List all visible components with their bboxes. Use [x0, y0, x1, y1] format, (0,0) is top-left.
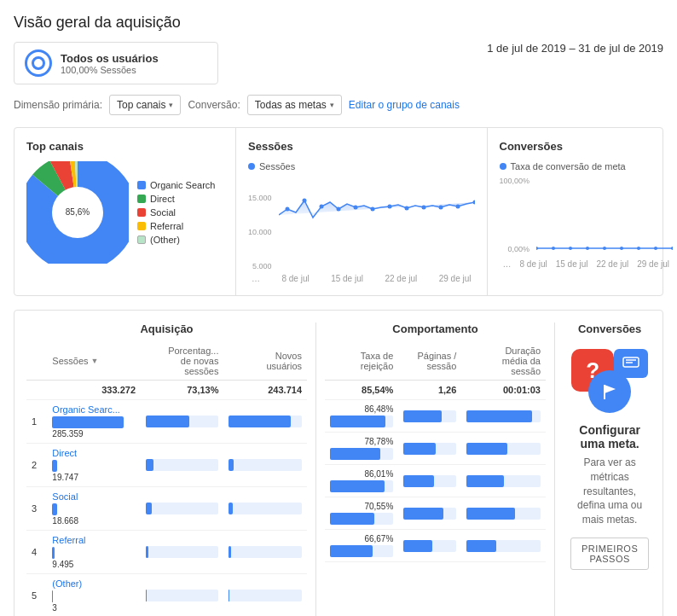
svg-point-7 [302, 199, 306, 203]
top-canais-title: Top canais [26, 140, 223, 153]
svg-point-12 [387, 205, 391, 209]
segment-icon [25, 49, 52, 77]
conversoes-dot-icon [500, 163, 506, 170]
legend-dot-social [137, 208, 146, 217]
svg-point-19 [552, 247, 555, 250]
table-row: 4 Referral 9.495 [26, 531, 307, 574]
comportamento-section: Comportamento Taxa derejeição Páginas /s… [316, 323, 555, 616]
conversao-select[interactable]: Todas as metas ▾ [247, 95, 342, 115]
top-canais-legend: Organic Search Direct Social Referral [137, 180, 215, 245]
legend-item: Direct [137, 194, 215, 204]
total-novos-usuarios: 243.714 [223, 381, 307, 400]
conversoes-y-high: 100,00% [500, 177, 530, 185]
svg-point-8 [319, 205, 323, 209]
conversoes-legend-label: Taxa de conversão de meta [511, 161, 626, 171]
svg-point-16 [455, 205, 460, 209]
legend-dot-organic [137, 181, 146, 189]
dimensao-arrow-icon: ▾ [169, 101, 173, 109]
svg-point-17 [472, 200, 475, 205]
total-sessoes: 333.272 [47, 381, 141, 400]
top-bar: Todos os usuários 100,00% Sessões 1 de j… [14, 42, 663, 84]
sessoes-line-chart [279, 177, 475, 270]
sessoes-dot-icon [248, 163, 255, 170]
table-row: 2 Direct 19.747 [26, 444, 307, 487]
canal-link[interactable]: Social [52, 491, 78, 502]
pie-chart: 85,6% [26, 161, 129, 264]
flag-icon [588, 370, 631, 413]
table-row: 86,48% [325, 400, 546, 433]
conversao-label: Conversão: [188, 99, 240, 111]
canal-link[interactable]: Direct [52, 448, 77, 458]
canal-link[interactable]: Organic Searc... [52, 404, 119, 415]
legend-dot-other [137, 235, 146, 244]
configurar-desc: Para ver as métricas resultantes, defina… [570, 456, 649, 527]
svg-point-13 [404, 206, 408, 211]
table-row: 78,78% [325, 433, 546, 465]
svg-point-20 [569, 247, 572, 250]
legend-item: Organic Search [137, 180, 215, 190]
table-row: 5 (Other) 3 [26, 574, 307, 617]
conversoes-x-labels: … 8 de jul 15 de jul 22 de jul 29 de jul [500, 259, 674, 269]
conversoes-section-title: Conversões [564, 323, 656, 335]
dimensao-label: Dimensão primária: [14, 99, 102, 111]
table-row: 86,01% [325, 465, 546, 497]
filters-row: Dimensão primária: Top canais ▾ Conversã… [14, 95, 663, 115]
configurar-title: Configurar uma meta. [570, 423, 649, 450]
segment-pct: 100,00% Sessões [61, 65, 159, 75]
segment-selector[interactable]: Todos os usuários 100,00% Sessões [14, 42, 218, 84]
legend-item: (Other) [137, 235, 215, 245]
svg-point-10 [353, 206, 357, 210]
legend-dot-direct [137, 195, 146, 203]
total-paginas: 1,26 [398, 381, 461, 400]
table-row: 3 Social 18.668 [26, 487, 307, 531]
aquisicao-table: Sessões ▼ Porcentag...de novassessões No… [26, 342, 307, 616]
date-range: 1 de jul de 2019 – 31 de jul de 2019 [487, 42, 663, 55]
svg-point-21 [586, 247, 589, 250]
sessoes-title: Sessões [248, 140, 475, 153]
svg-point-25 [654, 247, 657, 250]
canal-link[interactable]: (Other) [52, 578, 82, 589]
comportamento-table: Taxa derejeição Páginas /sessão Duraçãom… [325, 342, 546, 562]
svg-point-23 [620, 247, 623, 250]
sessoes-legend-label: Sessões [259, 161, 295, 171]
legend-dot-referral [137, 222, 146, 230]
total-taxa: 85,54% [325, 381, 398, 400]
svg-point-11 [370, 207, 374, 212]
svg-point-15 [438, 206, 443, 210]
canal-link[interactable]: Referral [52, 535, 85, 545]
pie-center-label: 85,6% [66, 207, 90, 217]
primeiros-passos-button[interactable]: PRIMEIROS PASSOS [570, 538, 649, 570]
svg-point-6 [285, 207, 289, 212]
sessoes-x-labels: … 8 de jul 15 de jul 22 de jul 29 de jul [248, 274, 475, 283]
svg-point-24 [637, 247, 640, 250]
conversoes-y-low: 0,00% [500, 245, 530, 253]
table-row: 1 Organic Searc... 285.359 [26, 400, 307, 444]
dimensao-select[interactable]: Top canais ▾ [109, 95, 181, 115]
legend-item: Referral [137, 221, 215, 231]
svg-point-26 [671, 247, 673, 250]
legend-item: Social [137, 207, 215, 218]
svg-point-22 [603, 247, 606, 250]
conversoes-section: Conversões ? [555, 323, 656, 616]
table-section: Aquisição Sessões ▼ Porcentag...de novas… [14, 310, 663, 616]
conversao-arrow-icon: ▾ [330, 101, 334, 109]
aquisicao-section: Aquisição Sessões ▼ Porcentag...de novas… [26, 323, 316, 616]
edit-canais-link[interactable]: Editar o grupo de canais [349, 99, 460, 111]
charts-row: Top canais 85,6% [14, 127, 663, 296]
conversoes-chart-title: Conversões [500, 140, 674, 153]
total-duracao: 00:01:03 [461, 381, 546, 400]
aquisicao-header: Aquisição [26, 323, 307, 335]
top-canais-panel: Top canais 85,6% [14, 128, 236, 295]
configurar-box: ? [564, 342, 656, 577]
svg-point-18 [536, 247, 538, 250]
sort-icon: ▼ [91, 357, 99, 365]
svg-point-9 [336, 207, 340, 212]
table-row-total: 333.272 73,13% 243.714 [26, 381, 307, 400]
page-title: Visão geral da aquisição [14, 14, 663, 32]
conversoes-chart-panel: Conversões Taxa de conversão de meta 100… [488, 128, 677, 295]
segment-name: Todos os usuários [61, 52, 159, 65]
conversoes-line-chart [536, 177, 673, 256]
comportamento-header: Comportamento [325, 323, 546, 335]
total-pct-novas: 73,13% [141, 381, 223, 400]
table-row: 70,55% [325, 497, 546, 530]
